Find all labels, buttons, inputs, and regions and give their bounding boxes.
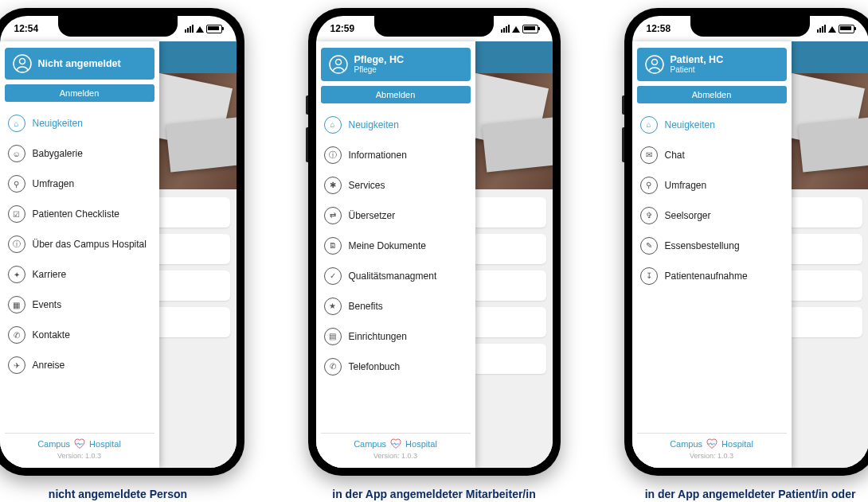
menu-item-label: Services — [349, 180, 385, 191]
menu-item-checklist[interactable]: ☑Patienten Checkliste — [5, 199, 154, 229]
menu-item-label: Patienten Checkliste — [33, 208, 119, 220]
menu-item-career[interactable]: ✦Karriere — [5, 259, 154, 290]
menu-item-label: Chat — [665, 150, 685, 161]
career-icon: ✦ — [8, 266, 25, 283]
menu-item-label: Qualitätsmanagment — [349, 270, 437, 282]
brand-logo: CampusHospital — [5, 438, 154, 449]
menu-item-home[interactable]: ⌂Neuigkeiten — [637, 110, 787, 140]
drawer-footer: CampusHospitalVersion: 1.0.3 — [637, 433, 787, 468]
menu-item-info[interactable]: ⓘInformationen — [321, 140, 471, 170]
heart-icon — [389, 438, 402, 449]
menu-item-calendar[interactable]: ▦Events — [5, 290, 154, 320]
menu-item-label: Einrichtungen — [349, 331, 407, 342]
nav-drawer: Patient, HCPatientAbmelden⌂Neuigkeiten✉C… — [632, 41, 792, 468]
menu-item-translate[interactable]: ⇄Übersetzer — [321, 200, 471, 231]
food-icon: ✎ — [640, 237, 658, 255]
intake-icon: ↧ — [640, 267, 658, 285]
menu-item-phone[interactable]: ✆Telefonbuch — [321, 352, 471, 382]
menu-item-label: Neuigkeiten — [349, 119, 399, 130]
battery-icon — [206, 25, 222, 33]
drawer-footer: CampusHospitalVersion: 1.0.3 — [5, 433, 154, 468]
heart-icon — [706, 438, 718, 449]
menu-item-label: Neuigkeiten — [33, 118, 83, 129]
menu-item-label: Karriere — [33, 269, 67, 280]
menu-item-quality[interactable]: ✓Qualitätsmanagment — [321, 261, 471, 291]
phone-icon: ✆ — [324, 358, 342, 376]
menu-item-home[interactable]: ⌂Neuigkeiten — [321, 110, 471, 140]
drawer-footer: CampusHospitalVersion: 1.0.3 — [321, 433, 471, 468]
menu-item-intake[interactable]: ↧Patientenaufnahme — [637, 261, 787, 291]
checklist-icon: ☑ — [8, 205, 25, 223]
menu-item-label: Meine Dokumente — [349, 240, 426, 251]
user-name: Nicht angemeldet — [38, 58, 121, 69]
wifi-icon — [828, 22, 836, 33]
menu-item-poll[interactable]: ⚲Umfragen — [5, 169, 154, 199]
user-icon — [13, 54, 32, 73]
menu-item-food[interactable]: ✎Essensbestellung — [637, 231, 787, 261]
battery-icon — [839, 25, 854, 33]
menu-list: ⌂Neuigkeiten☺Babygalerie⚲Umfragen☑Patien… — [5, 108, 154, 433]
calendar-icon: ▦ — [8, 296, 25, 313]
brand-logo: CampusHospital — [321, 438, 471, 449]
menu-list: ⌂Neuigkeiten✉Chat⚲Umfragen✞Seelsorger✎Es… — [637, 110, 787, 433]
pastor-icon: ✞ — [640, 207, 658, 224]
heart-icon — [73, 438, 86, 449]
menu-item-home[interactable]: ⌂Neuigkeiten — [5, 108, 154, 138]
menu-item-label: Events — [33, 299, 62, 310]
menu-item-baby[interactable]: ☺Babygalerie — [5, 138, 154, 169]
benefits-icon: ★ — [324, 298, 342, 315]
wifi-icon — [196, 22, 204, 33]
user-name: Patient, HC — [671, 54, 724, 65]
quality-icon: ✓ — [324, 267, 342, 285]
phone-icon: ✆ — [8, 326, 25, 344]
battery-icon — [522, 25, 538, 33]
home-icon: ⌂ — [324, 116, 342, 134]
user-icon — [329, 55, 348, 74]
menu-item-label: Umfragen — [665, 180, 707, 191]
auth-button[interactable]: Anmelden — [5, 84, 154, 102]
menu-item-benefits[interactable]: ★Benefits — [321, 291, 471, 321]
status-time: 12:59 — [330, 23, 355, 34]
version-label: Version: 1.0.3 — [637, 452, 787, 460]
status-time: 12:54 — [14, 23, 39, 34]
menu-item-poll[interactable]: ⚲Umfragen — [637, 170, 787, 200]
menu-list: ⌂NeuigkeitenⓘInformationen✱Services⇄Über… — [321, 110, 471, 433]
poll-icon: ⚲ — [8, 175, 25, 193]
user-header[interactable]: Patient, HCPatient — [637, 48, 787, 81]
brand-logo: CampusHospital — [637, 438, 787, 449]
nav-drawer: Nicht angemeldetAnmelden⌂Neuigkeiten☺Bab… — [0, 41, 159, 468]
menu-item-doc[interactable]: 🗎Meine Dokumente — [321, 231, 471, 261]
signal-icon — [817, 25, 826, 33]
menu-item-chat[interactable]: ✉Chat — [637, 140, 787, 170]
phone-caption: in der App angemeldeter Patient/in oder … — [631, 487, 868, 502]
menu-item-plane[interactable]: ✈Anreise — [5, 350, 154, 380]
doc-icon: 🗎 — [324, 237, 342, 255]
menu-item-phone[interactable]: ✆Kontakte — [5, 320, 154, 350]
home-icon: ⌂ — [8, 115, 25, 132]
menu-item-pastor[interactable]: ✞Seelsorger — [637, 200, 787, 231]
menu-item-building[interactable]: ▤Einrichtungen — [321, 321, 471, 352]
version-label: Version: 1.0.3 — [5, 452, 154, 460]
user-header[interactable]: Nicht angemeldet — [5, 48, 154, 80]
menu-item-label: Über das Campus Hospital — [33, 239, 147, 250]
services-icon: ✱ — [324, 177, 342, 194]
home-icon: ⌂ — [640, 116, 658, 134]
menu-item-label: Essensbestellung — [665, 240, 740, 251]
auth-button[interactable]: Abmelden — [637, 86, 787, 103]
info-icon: ⓘ — [8, 235, 25, 253]
user-role: Pflege — [354, 65, 405, 75]
menu-item-label: Anreise — [33, 360, 65, 371]
menu-item-services[interactable]: ✱Services — [321, 170, 471, 200]
menu-item-label: Patientenaufnahme — [665, 270, 748, 282]
svg-point-3 — [335, 59, 341, 64]
nav-drawer: Pflege, HCPflegeAbmelden⌂NeuigkeitenⓘInf… — [316, 41, 475, 468]
menu-item-label: Neuigkeiten — [665, 119, 715, 130]
menu-item-label: Übersetzer — [349, 210, 396, 221]
menu-item-info[interactable]: ⓘÜber das Campus Hospital — [5, 229, 154, 259]
user-header[interactable]: Pflege, HCPflege — [321, 48, 471, 81]
info-icon: ⓘ — [324, 146, 342, 164]
status-time: 12:58 — [647, 23, 671, 34]
auth-button[interactable]: Abmelden — [321, 86, 471, 103]
menu-item-label: Umfragen — [33, 178, 75, 189]
menu-item-label: Seelsorger — [665, 210, 711, 221]
